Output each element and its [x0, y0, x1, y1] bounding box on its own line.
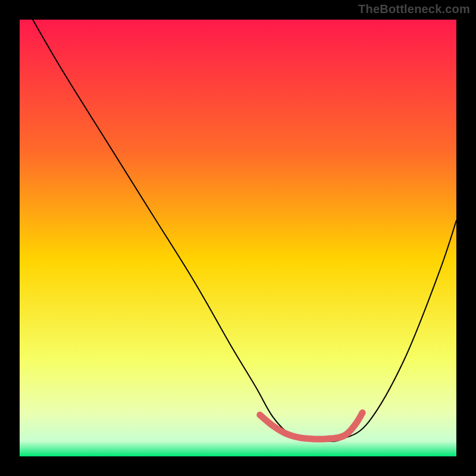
- chart-frame: TheBottleneck.com: [0, 0, 476, 476]
- plot-area: [20, 20, 456, 456]
- watermark-text: TheBottleneck.com: [358, 2, 470, 16]
- optimal-segment: [260, 413, 362, 439]
- bottleneck-curve: [33, 20, 456, 441]
- curve-layer: [20, 20, 456, 456]
